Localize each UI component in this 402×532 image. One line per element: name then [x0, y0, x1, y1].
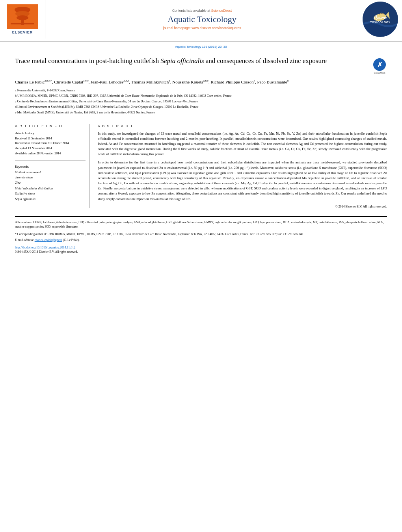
contents-line: Contents lists available at ScienceDirec… — [172, 9, 232, 13]
svg-rect-5 — [11, 23, 34, 24]
authors-line: Charles Le Pabica,b,c,*, Christelle Capl… — [15, 79, 387, 86]
abstract-heading: A B S T R A C T — [98, 124, 387, 128]
corresponding-author: * Corresponding author at: UMR BOREA, MN… — [15, 232, 387, 236]
elsevier-text: ELSEVIER — [12, 30, 33, 34]
abbreviations-text: Abbreviations: CDNB, 1-chloro-2,4-dinitr… — [15, 220, 387, 229]
keyword-2: Juvenile stage — [15, 175, 86, 180]
elsevier-logo-graphic — [7, 4, 38, 29]
doi-line[interactable]: http://dx.doi.org/10.1016/j.aquatox.2014… — [15, 246, 387, 249]
keyword-4: Metal subcellular distribution — [15, 186, 86, 191]
history-label: Article history: — [15, 131, 86, 135]
affiliations: a Normandie Université, F-14032 Caen, Fr… — [15, 88, 387, 115]
article-reference-line: Aquatic Toxicology 159 (2015) 23–35 — [12, 44, 390, 51]
crossmark-icon: ✗ — [373, 58, 386, 71]
contents-label: Contents lists available at — [172, 9, 210, 13]
main-content: Trace metal concentrations in post-hatch… — [0, 57, 402, 254]
abstract-column: A B S T R A C T In this study, we invest… — [98, 124, 387, 208]
affil-b-text: b UMR BOREA, MNHN, UPMC, UCBN, CNRS-7208… — [15, 94, 232, 98]
email-line: E-mail address: charles.lepabic@gmr.fr (… — [15, 238, 387, 242]
journal-title-main: Aquatic Toxicology — [168, 14, 236, 24]
article-info-heading: A R T I C L E I N F O — [15, 124, 86, 128]
affil-c-text: c Centre de Recherches en Environnement … — [15, 99, 198, 104]
copyright-line: © 2014 Elsevier B.V. All rights reserved… — [98, 205, 387, 208]
affil-d-text: d Littoral Environnement et Sociétés (LI… — [15, 105, 198, 109]
article-info-column: A R T I C L E I N F O Article history: R… — [15, 124, 90, 208]
corresponding-author-text: * Corresponding author at: UMR BOREA, MN… — [15, 232, 304, 236]
abstract-paragraph-2: In order to determine for the first time… — [98, 160, 387, 201]
aquatic-toxicology-logo: AQUATICTOXICOLOGY — [359, 0, 402, 39]
two-column-layout: A R T I C L E I N F O Article history: R… — [15, 124, 387, 208]
email-link[interactable]: charles.lepabic@gmr.fr — [35, 238, 62, 242]
homepage-url[interactable]: www.elsevier.com/locate/aquatox — [192, 26, 241, 30]
homepage-label: journal homepage: — [163, 26, 191, 30]
rights-line: 0166-445X/© 2014 Elsevier B.V. All right… — [15, 250, 387, 254]
affiliation-e: e Mer Molécules Santé (MMS), Université … — [15, 110, 387, 115]
title-section: Trace metal concentrations in post-hatch… — [15, 57, 387, 74]
available-date: Available online 28 November 2014 — [15, 151, 86, 156]
keywords-label: Keywords: — [15, 165, 86, 169]
crossmark-badge[interactable]: ✗ CrossMark — [372, 58, 387, 74]
divider-main — [15, 120, 387, 120]
affiliation-b: b UMR BOREA, MNHN, UPMC, UCBN, CNRS-7208… — [15, 94, 387, 98]
affiliation-d: d Littoral Environnement et Sociétés (LI… — [15, 105, 387, 109]
email-note: (C. Le Pabic). — [63, 238, 80, 242]
keyword-1: Mollusk cephalopod — [15, 170, 86, 175]
keyword-3: Zinc — [15, 180, 86, 186]
aquatic-logo-circle: AQUATICTOXICOLOGY — [363, 2, 398, 37]
affil-e-text: e Mer Molécules Santé (MMS), Université … — [15, 110, 155, 115]
elsevier-logo: ELSEVIER — [0, 0, 45, 39]
affil-a-text: a Normandie Université, F-14032 Caen, Fr… — [15, 88, 75, 93]
svg-point-4 — [17, 15, 28, 20]
received-date: Received 11 September 2014 — [15, 136, 86, 141]
divider-keywords — [15, 160, 86, 161]
article-title: Trace metal concentrations in post-hatch… — [15, 57, 368, 66]
abstract-text: In this study, we investigated the chang… — [98, 131, 387, 202]
page: ELSEVIER Contents lists available at Sci… — [0, 0, 402, 532]
affiliation-c: c Centre de Recherches en Environnement … — [15, 99, 387, 104]
footer-section: Abbreviations: CDNB, 1-chloro-2,4-dinitr… — [15, 216, 387, 254]
aquatic-logo-text: AQUATICTOXICOLOGY — [368, 15, 393, 26]
journal-center: Contents lists available at ScienceDirec… — [45, 0, 359, 39]
keyword-6: Sepia officinalis — [15, 196, 86, 202]
crossmark-label: CrossMark — [374, 72, 385, 74]
article-history: Article history: Received 11 September 2… — [15, 131, 86, 156]
sciencedirect-link[interactable]: ScienceDirect — [211, 9, 232, 13]
abstract-paragraph-1: In this study, we investigated the chang… — [98, 131, 387, 157]
journal-header: ELSEVIER Contents lists available at Sci… — [0, 0, 402, 42]
email-label: E-mail address: — [15, 238, 34, 242]
affiliation-a: a Normandie Université, F-14032 Caen, Fr… — [15, 88, 387, 93]
revised-date: Received in revised form 31 October 2014 — [15, 141, 86, 146]
title-text-italic: Sepia officinalis — [161, 57, 204, 65]
keyword-5: Oxidative stress — [15, 191, 86, 196]
journal-homepage: journal homepage: www.elsevier.com/locat… — [163, 26, 241, 30]
keywords-section: Keywords: Mollusk cephalopod Juvenile st… — [15, 165, 86, 202]
abbreviations-content: CDNB, 1-chloro-2,4-dinitrob enzene; DPP,… — [15, 221, 384, 228]
accepted-date: Accepted 13 November 2014 — [15, 146, 86, 151]
abbreviations-label: Abbreviations: — [15, 221, 32, 224]
title-text-part1: Trace metal concentrations in post-hatch… — [15, 57, 161, 65]
title-text-part2: and consequences of dissolved zinc expos… — [204, 57, 327, 65]
